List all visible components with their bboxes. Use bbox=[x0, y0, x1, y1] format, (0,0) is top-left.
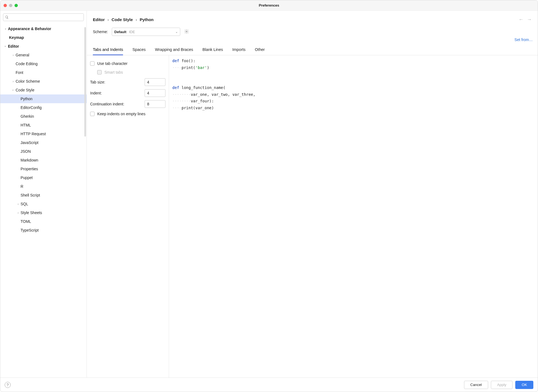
chevron-down-icon: ⌄ bbox=[175, 30, 178, 34]
tree-markdown[interactable]: Markdown bbox=[0, 156, 87, 165]
tree-color-scheme[interactable]: ›Color Scheme bbox=[0, 77, 87, 86]
sidebar: ›Appearance & Behavior Keymap ›Editor ›G… bbox=[0, 11, 87, 377]
close-window-button[interactable] bbox=[4, 4, 7, 7]
chevron-right-icon: › bbox=[11, 80, 16, 83]
tab-wrapping[interactable]: Wrapping and Braces bbox=[155, 46, 193, 55]
tab-tabs-indents[interactable]: Tabs and Indents bbox=[93, 46, 123, 55]
use-tab-checkbox[interactable] bbox=[90, 61, 95, 66]
tree-stylesheets[interactable]: ›Style Sheets bbox=[0, 208, 87, 217]
tree-label: Gherkin bbox=[21, 114, 34, 119]
maximize-window-button[interactable] bbox=[15, 4, 18, 7]
content-pane: Editor › Code Style › Python ← → Scheme:… bbox=[87, 11, 538, 377]
tree-toml[interactable]: TOML bbox=[0, 217, 87, 226]
breadcrumb-editor[interactable]: Editor bbox=[93, 17, 105, 22]
tree-puppet[interactable]: Puppet bbox=[0, 173, 87, 182]
cont-indent-input[interactable]: 8 bbox=[145, 100, 165, 108]
tree-editorconfig[interactable]: EditorConfig bbox=[0, 103, 87, 112]
settings-tree: ›Appearance & Behavior Keymap ›Editor ›G… bbox=[0, 23, 87, 377]
window-controls bbox=[0, 4, 18, 7]
indent-form: Use tab character Smart tabs Tab size: 4… bbox=[87, 55, 169, 377]
tree-typescript[interactable]: TypeScript bbox=[0, 226, 87, 235]
keep-empty-checkbox[interactable] bbox=[90, 112, 95, 116]
tree-general[interactable]: ›General bbox=[0, 51, 87, 59]
smart-tabs-row: Smart tabs bbox=[90, 68, 165, 77]
chevron-right-icon: › bbox=[16, 202, 21, 206]
tree-label: Markdown bbox=[21, 158, 38, 162]
tab-imports[interactable]: Imports bbox=[232, 46, 245, 55]
search-wrap bbox=[0, 11, 87, 23]
tree-appearance[interactable]: ›Appearance & Behavior bbox=[0, 24, 87, 33]
tree-label: Puppet bbox=[21, 175, 33, 180]
tree-code-style[interactable]: ›Code Style bbox=[0, 86, 87, 94]
search-input[interactable] bbox=[3, 13, 84, 21]
tab-body: Use tab character Smart tabs Tab size: 4… bbox=[87, 55, 538, 377]
tree-font[interactable]: Font bbox=[0, 68, 87, 77]
titlebar: Preferences bbox=[0, 0, 538, 11]
use-tab-label: Use tab character bbox=[97, 61, 128, 66]
tree-html[interactable]: HTML bbox=[0, 121, 87, 129]
use-tab-row: Use tab character bbox=[90, 59, 165, 68]
scheme-gear-button[interactable] bbox=[184, 29, 189, 35]
cancel-button[interactable]: Cancel bbox=[464, 381, 488, 389]
breadcrumb-python: Python bbox=[140, 17, 154, 22]
tree-http[interactable]: HTTP Request bbox=[0, 129, 87, 138]
scheme-select[interactable]: Default IDE ⌄ bbox=[112, 28, 180, 36]
breadcrumb-sep: › bbox=[107, 17, 109, 22]
breadcrumb-sep: › bbox=[136, 17, 137, 22]
indent-label: Indent: bbox=[90, 91, 102, 95]
tree-label: HTTP Request bbox=[21, 132, 46, 136]
nav-arrows: ← → bbox=[519, 17, 532, 22]
breadcrumb-codestyle[interactable]: Code Style bbox=[111, 17, 133, 22]
cont-indent-label: Continuation indent: bbox=[90, 102, 124, 106]
scheme-value: Default bbox=[114, 30, 126, 34]
tree-label: Shell Script bbox=[21, 193, 40, 197]
tree-properties[interactable]: Properties bbox=[0, 165, 87, 173]
cont-indent-row: Continuation indent: 8 bbox=[90, 99, 165, 109]
tree-label: JavaScript bbox=[21, 140, 38, 145]
tab-size-value: 4 bbox=[147, 80, 149, 84]
tree-sql[interactable]: ›SQL bbox=[0, 200, 87, 208]
setfrom-row: Set from… bbox=[87, 36, 538, 42]
tree-label: Font bbox=[16, 70, 23, 75]
tree-code-editing[interactable]: Code Editing bbox=[0, 59, 87, 68]
minimize-window-button[interactable] bbox=[9, 4, 12, 7]
set-from-link[interactable]: Set from… bbox=[514, 38, 533, 42]
ok-button[interactable]: OK bbox=[515, 381, 533, 389]
tree-label: Color Scheme bbox=[16, 79, 40, 83]
main-area: ›Appearance & Behavior Keymap ›Editor ›G… bbox=[0, 11, 538, 377]
tree-gherkin[interactable]: Gherkin bbox=[0, 112, 87, 121]
smart-tabs-label: Smart tabs bbox=[104, 70, 123, 74]
indent-value: 4 bbox=[147, 91, 149, 95]
tree-label: Editor bbox=[8, 44, 19, 48]
tab-spaces[interactable]: Spaces bbox=[132, 46, 145, 55]
apply-button[interactable]: Apply bbox=[491, 381, 513, 389]
tree-python[interactable]: Python bbox=[0, 94, 87, 103]
breadcrumb: Editor › Code Style › Python bbox=[93, 17, 154, 22]
indent-input[interactable]: 4 bbox=[145, 89, 165, 97]
tree-editor[interactable]: ›Editor bbox=[0, 42, 87, 51]
tree-keymap[interactable]: Keymap bbox=[0, 33, 87, 42]
scheme-row: Scheme: Default IDE ⌄ bbox=[87, 24, 538, 36]
tree-json[interactable]: JSON bbox=[0, 147, 87, 156]
search-icon bbox=[5, 15, 9, 19]
tree-label: TypeScript bbox=[21, 228, 39, 232]
keep-empty-label: Keep indents on empty lines bbox=[97, 112, 145, 116]
chevron-right-icon: › bbox=[16, 211, 21, 214]
tree-label: Keymap bbox=[9, 35, 24, 40]
sidebar-scrollbar[interactable] bbox=[84, 27, 86, 137]
chevron-down-icon: › bbox=[12, 88, 15, 93]
tab-size-input[interactable]: 4 bbox=[145, 78, 165, 86]
tab-blank-lines[interactable]: Blank Lines bbox=[202, 46, 223, 55]
tree-label: General bbox=[16, 53, 29, 57]
back-button[interactable]: ← bbox=[519, 17, 523, 22]
footer-buttons: Cancel Apply OK bbox=[464, 381, 533, 389]
help-button[interactable]: ? bbox=[5, 382, 11, 388]
tree-shell[interactable]: Shell Script bbox=[0, 191, 87, 200]
dialog-footer: ? Cancel Apply OK bbox=[0, 377, 538, 392]
chevron-right-icon: › bbox=[3, 27, 8, 30]
tree-r[interactable]: R bbox=[0, 182, 87, 191]
tab-other[interactable]: Other bbox=[255, 46, 265, 55]
tree-javascript[interactable]: JavaScript bbox=[0, 138, 87, 147]
forward-button[interactable]: → bbox=[527, 17, 532, 22]
tab-size-row: Tab size: 4 bbox=[90, 77, 165, 88]
